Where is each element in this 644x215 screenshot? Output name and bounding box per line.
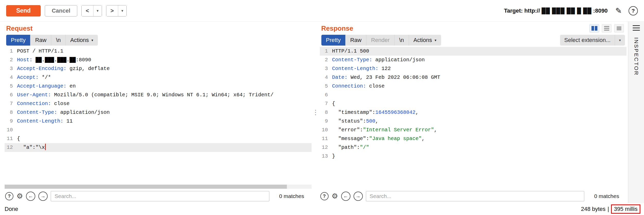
editor-line[interactable]: 8 "timestamp":1645596368042, [320, 108, 627, 117]
search-prev-button[interactable]: ← [26, 192, 35, 201]
status-bytes: 248 bytes [581, 206, 605, 212]
editor-line[interactable]: 10 [5, 126, 312, 134]
inspector-strip: INSPECTOR [628, 22, 644, 203]
editor-line[interactable]: 12 "path":"/" [320, 143, 627, 152]
editor-line[interactable]: 6 [320, 91, 627, 99]
layout-rows-icon[interactable] [602, 24, 612, 32]
scrollbar-thumb[interactable] [5, 185, 287, 189]
back-dropdown-button[interactable]: ▾ [93, 5, 102, 16]
forward-button[interactable]: > [106, 5, 118, 16]
layout-single-icon[interactable] [614, 24, 624, 32]
editor-line[interactable]: 6User-Agent: Mozilla/5.0 (compatible; MS… [5, 91, 312, 99]
request-search-bar: ? ⚙ ← → 0 matches [5, 189, 312, 203]
main-area: Request Pretty Raw \n Actions ▾ 1POST / … [0, 22, 644, 203]
status-bar: Done 248 bytes | 395 millis [0, 203, 644, 215]
tab-newline[interactable]: \n [394, 35, 409, 46]
editor-line[interactable]: 2Content-Type: application/json [320, 56, 627, 64]
request-search-input[interactable] [51, 191, 269, 201]
editor-line[interactable]: 13} [320, 152, 627, 161]
send-button[interactable]: Send [6, 5, 41, 16]
editor-line[interactable]: 7Connection: close [5, 99, 312, 108]
editor-line[interactable]: 2Host: ██.███.███.██:8090 [5, 56, 312, 64]
forward-dropdown-button[interactable]: ▾ [118, 5, 126, 16]
code-segment: ██.███.███.██ [36, 57, 76, 63]
inspector-tab[interactable]: INSPECTOR [633, 37, 639, 76]
line-number: 6 [5, 91, 17, 99]
search-help-icon[interactable]: ? [320, 192, 329, 200]
editor-line[interactable]: 1POST / HTTP/1.1 [5, 47, 312, 56]
editor-line[interactable]: 11{ [5, 134, 312, 143]
editor-line[interactable]: 8Content-Type: application/json [5, 108, 312, 117]
search-help-icon[interactable]: ? [5, 192, 13, 200]
tab-pretty[interactable]: Pretty [321, 35, 346, 46]
editor-line[interactable]: 10 "error":"Internal Server Error", [320, 126, 627, 134]
line-number: 9 [5, 117, 17, 126]
code-text: Accept-Encoding: gzip, deflate [17, 64, 110, 73]
code-segment: Connection: [332, 83, 366, 89]
help-icon[interactable]: ? [629, 6, 638, 15]
editor-line[interactable]: 11 "message":"Java heap space", [320, 134, 627, 143]
editor-line[interactable]: 9 "status":500, [320, 117, 627, 126]
editor-line[interactable]: 3Accept-Encoding: gzip, deflate [5, 64, 312, 73]
search-prev-button[interactable]: ← [341, 192, 350, 201]
request-horizontal-scrollbar[interactable] [5, 185, 312, 189]
editor-line[interactable]: 4Accept: */* [5, 73, 312, 82]
editor-line[interactable]: 7{ [320, 99, 627, 108]
code-segment: Mozilla/5.0 (compatible; MSIE 9.0; Windo… [51, 92, 273, 98]
editor-line[interactable]: 9Content-Length: 11 [5, 117, 312, 126]
editor-line[interactable]: 3Content-Length: 122 [320, 64, 627, 73]
code-segment: */* [39, 74, 51, 80]
search-next-button[interactable]: → [354, 192, 363, 201]
back-button[interactable]: < [82, 5, 93, 16]
search-next-button[interactable]: → [38, 192, 48, 201]
tab-newline[interactable]: \n [51, 35, 65, 46]
code-segment: "timestamp": [332, 109, 375, 115]
actions-menu-button[interactable]: Actions ▾ [409, 35, 441, 46]
code-segment: 1645596368042 [375, 109, 416, 115]
edit-target-pencil-icon[interactable]: ✎ [615, 6, 622, 15]
code-text: Accept-Language: en [17, 82, 76, 91]
line-number: 6 [320, 91, 332, 99]
code-segment: application/json [372, 57, 425, 63]
line-number: 11 [5, 134, 17, 143]
line-number: 3 [5, 64, 17, 73]
request-editor[interactable]: 1POST / HTTP/1.12Host: ██.███.███.██:809… [5, 46, 312, 184]
panel-splitter[interactable]: ⋮ [313, 22, 318, 203]
code-segment: Content-Length: [17, 118, 63, 124]
editor-line[interactable]: 5Connection: close [320, 82, 627, 91]
editor-line[interactable]: 1HTTP/1.1 500 [320, 47, 627, 56]
tab-raw[interactable]: Raw [30, 35, 51, 46]
response-editor[interactable]: 1HTTP/1.1 5002Content-Type: application/… [320, 46, 627, 189]
cancel-button[interactable]: Cancel [45, 5, 77, 16]
code-segment: , [416, 109, 419, 115]
code-text: Content-Type: application/json [332, 56, 425, 64]
code-text: "a":"\x [17, 143, 46, 152]
line-number: 3 [320, 64, 332, 73]
editor-line[interactable]: 4Date: Wed, 23 Feb 2022 06:06:08 GMT [320, 73, 627, 82]
target-display: Target: http:// ██ ███ ██ █ ██ :8090 [504, 7, 608, 14]
hamburger-menu-icon[interactable] [633, 25, 640, 31]
code-text: Host: ██.███.███.██:8090 [17, 56, 91, 64]
search-settings-gear-icon[interactable]: ⚙ [16, 193, 23, 200]
editor-line[interactable]: 5Accept-Language: en [5, 82, 312, 91]
select-extension-dropdown[interactable]: Select extension... ▾ [560, 35, 625, 46]
layout-columns-icon[interactable] [589, 24, 599, 32]
actions-label: Actions [70, 37, 89, 44]
tab-raw[interactable]: Raw [346, 35, 366, 46]
response-search-input[interactable] [366, 191, 584, 201]
code-segment: } [332, 153, 335, 159]
code-segment: HTTP/1.1 500 [332, 48, 369, 54]
code-segment: Content-Type: [17, 109, 57, 115]
select-extension-label: Select extension... [560, 35, 615, 46]
line-number: 12 [320, 143, 332, 152]
tab-pretty[interactable]: Pretty [6, 35, 30, 46]
code-segment: "Internal Server Error" [363, 127, 434, 133]
search-settings-gear-icon[interactable]: ⚙ [332, 193, 338, 200]
line-number: 12 [5, 143, 17, 152]
editor-line[interactable]: 12 "a":"\x [5, 143, 312, 152]
code-segment: Accept: [17, 74, 39, 80]
actions-menu-button[interactable]: Actions ▾ [66, 35, 98, 46]
code-text: POST / HTTP/1.1 [17, 47, 63, 56]
line-number: 10 [320, 126, 332, 134]
line-number: 5 [5, 82, 17, 91]
